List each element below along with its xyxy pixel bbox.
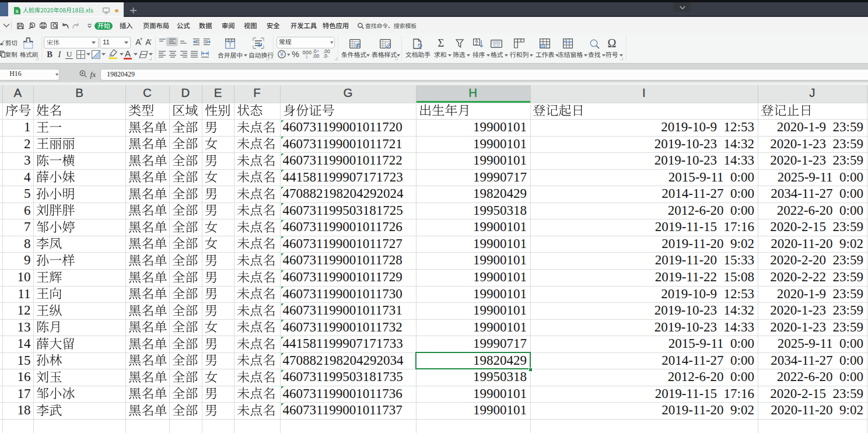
- svg-text:¥: ¥: [279, 51, 284, 57]
- svg-text:S: S: [15, 9, 18, 14]
- svg-text:Z: Z: [475, 41, 478, 46]
- svg-text:T: T: [229, 41, 233, 48]
